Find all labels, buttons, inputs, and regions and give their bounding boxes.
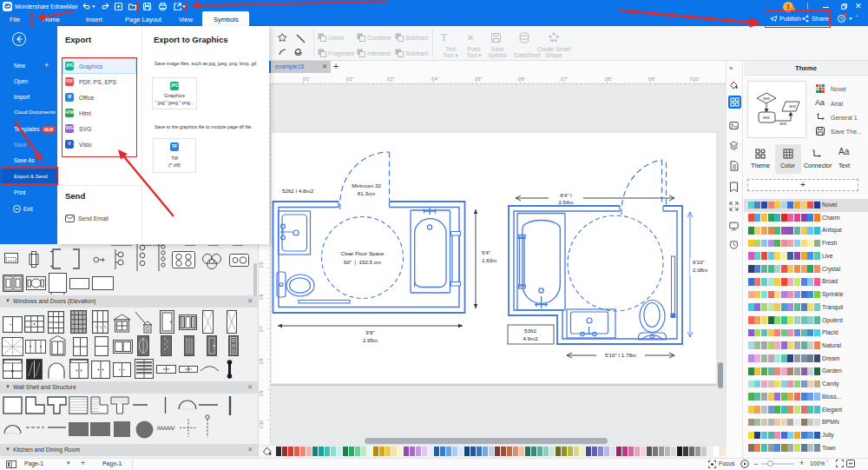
svg-text:0'3'': 0'3'': [387, 76, 394, 82]
svg-text:text: text: [763, 116, 770, 120]
svg-text:2.54m: 2.54m: [558, 199, 573, 205]
svg-text:0'8: 0'8: [259, 358, 264, 364]
svg-text:0'2'': 0'2'': [346, 76, 353, 82]
svg-text:0'5: 0'5: [259, 261, 264, 268]
svg-text:text: text: [789, 104, 796, 109]
svg-text:0'10'': 0'10'': [690, 76, 700, 82]
svg-text:text: text: [763, 96, 770, 101]
svg-text:2.95m: 2.95m: [363, 337, 378, 343]
svg-text:1.63m: 1.63m: [482, 257, 496, 263]
svg-text:6'10": 6'10": [693, 259, 705, 265]
svg-text:0'10: 0'10: [259, 420, 264, 428]
svg-text:0'6'': 0'6'': [518, 76, 525, 82]
svg-text:4.9m2: 4.9m2: [523, 335, 538, 341]
svg-text:81.3cm: 81.3cm: [358, 190, 375, 196]
svg-text:52ft2 I 4.8m2: 52ft2 I 4.8m2: [282, 188, 314, 194]
svg-text:0'6: 0'6: [259, 294, 264, 300]
svg-text:Minimum 32: Minimum 32: [352, 182, 381, 189]
svg-text:0'1'': 0'1'': [303, 76, 310, 82]
svg-text:9'8": 9'8": [365, 329, 374, 335]
svg-text:text: text: [779, 122, 786, 126]
svg-text:Clear Floor Space: Clear Floor Space: [341, 250, 385, 256]
svg-text:0'9'': 0'9'': [648, 76, 655, 82]
svg-text:8'4" I: 8'4" I: [560, 192, 572, 198]
svg-text:5'10" I 1.78m: 5'10" I 1.78m: [605, 352, 636, 358]
svg-text:5'4": 5'4": [482, 249, 490, 255]
svg-text:0'5'': 0'5'': [475, 76, 482, 82]
svg-text:2.08m: 2.08m: [693, 267, 707, 273]
svg-text:0'7'': 0'7'': [561, 76, 568, 82]
svg-text:0'8'': 0'8'': [605, 76, 612, 82]
svg-text:53ft2: 53ft2: [524, 328, 536, 334]
svg-text:0'9: 0'9: [259, 390, 264, 396]
svg-text:0'4'': 0'4'': [431, 76, 438, 82]
svg-text:0'7: 0'7: [259, 326, 264, 332]
svg-text:60" | 152.5 cm: 60" | 152.5 cm: [344, 259, 381, 265]
